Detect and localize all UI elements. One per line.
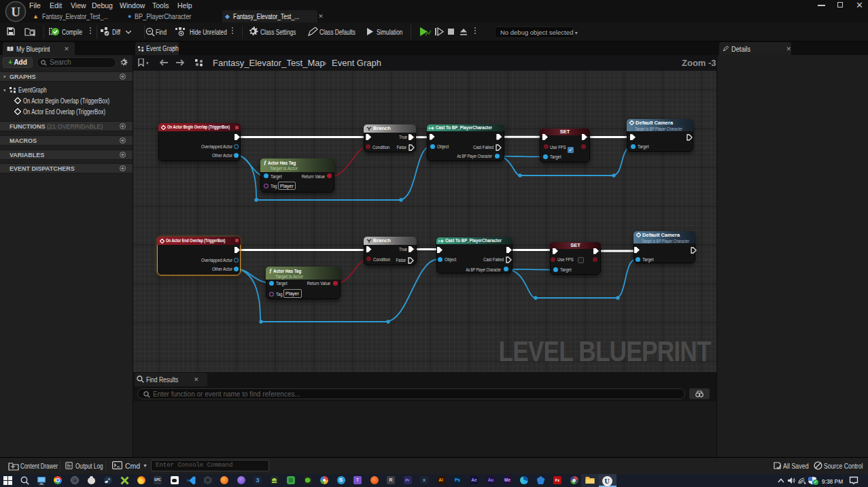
svg-text:U: U [11, 5, 20, 19]
